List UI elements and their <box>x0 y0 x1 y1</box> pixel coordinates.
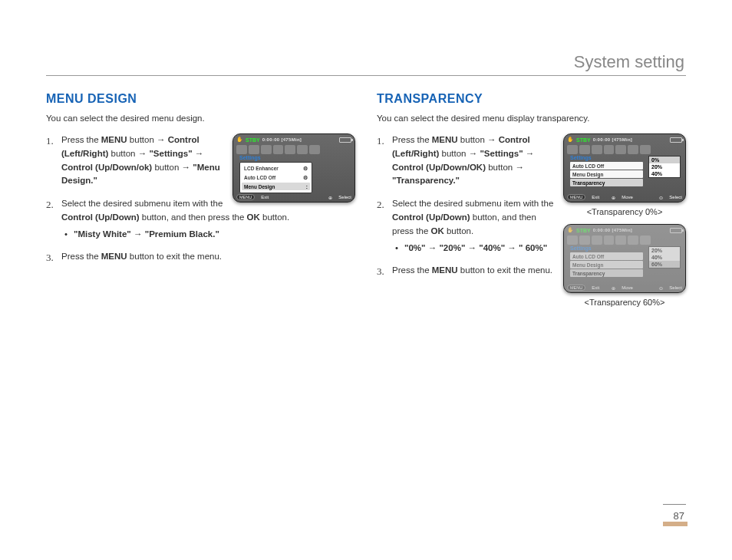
move-label: Move <box>622 285 633 290</box>
step-1: Press the MENU button → Control (Left/Ri… <box>377 133 686 188</box>
step-2: Select the desired submenu item with the… <box>377 197 686 255</box>
caption-60: <Transparency 60%> <box>563 298 686 307</box>
column-menu-design: MENU DESIGN You can select the desired m… <box>46 92 355 315</box>
shot-footer: MENU Exit ⊕ Move ⊙ Select <box>567 285 682 291</box>
page-tab <box>663 522 687 526</box>
header-rule <box>46 75 686 76</box>
intro-menu-design: You can select the desired menu design. <box>46 114 355 123</box>
exit-label: Exit <box>592 285 599 290</box>
move-icon: ⊕ <box>612 285 615 291</box>
select-icon: ⊙ <box>659 285 663 291</box>
column-transparency: TRANSPARENCY You can select the desired … <box>377 92 686 315</box>
heading-menu-design: MENU DESIGN <box>46 92 355 106</box>
intro-transparency: You can select the desired menu display … <box>377 114 686 123</box>
menu-tag: MENU <box>567 285 585 291</box>
step-1: Press the MENU button → Control (Left/Ri… <box>46 133 355 188</box>
page-number: 87 <box>674 510 684 522</box>
steps-menu-design: Press the MENU button → Control (Left/Ri… <box>46 133 355 264</box>
bullet: "0%" → "20%" → "40%" → " 60%" <box>395 242 686 255</box>
step-3: Press the MENU button to exit the menu. <box>46 250 355 264</box>
bullet: "Misty White" → "Premium Black." <box>64 228 355 241</box>
popup-option: 40% <box>649 254 680 261</box>
step-3: Press the MENU button to exit the menu. <box>377 264 686 278</box>
heading-transparency: TRANSPARENCY <box>377 92 686 106</box>
page-num-rule <box>663 504 686 505</box>
select-label: Select <box>669 285 682 290</box>
step-2: Select the desired submenu item with the… <box>46 197 355 241</box>
page-header: System setting <box>574 52 684 72</box>
